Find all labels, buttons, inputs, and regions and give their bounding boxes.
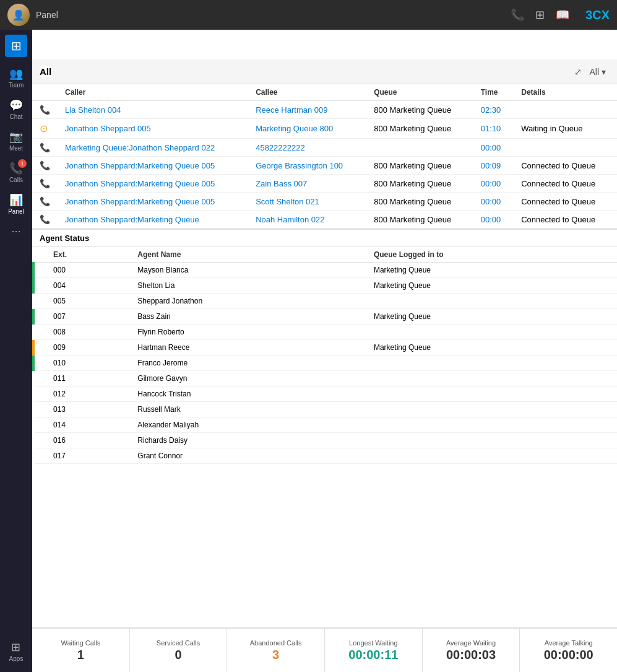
calls-scroll[interactable]: Caller Callee Queue Time Details 📞 Lia S… [32, 84, 617, 229]
more-icon: ··· [11, 225, 20, 238]
content-area: Caller Callee Queue Time Details 📞 Lia S… [32, 84, 617, 627]
agent-name: Richards Daisy [130, 433, 366, 448]
row-queue: 800 Marketing Queue [366, 175, 473, 193]
status-label-abandoned: Abandoned Calls [250, 639, 302, 647]
agent-name: Alexander Maliyah [130, 417, 366, 433]
status-item-longest_waiting: Longest Waiting 00:00:11 [325, 629, 423, 672]
row-callee: George Brassington 100 [248, 157, 366, 175]
agent-name: Bass Zain [130, 309, 366, 325]
agent-name: Sheppard Jonathon [130, 294, 366, 309]
row-icon: 📞 [32, 211, 58, 229]
agent-scroll[interactable]: Ext. Agent Name Queue Logged in to 000 M… [32, 247, 617, 627]
agent-row: 016 Richards Daisy [33, 433, 617, 448]
agent-queue: Marketing Queue [366, 278, 617, 294]
popup-icon: ⤢ [574, 67, 582, 77]
filter-all-button[interactable]: All ▾ [585, 64, 610, 79]
sidebar-item-panel[interactable]: 📊 Panel [0, 188, 32, 220]
sidebar-item-apps[interactable]: ⊞ Apps [9, 635, 24, 667]
agent-queue [366, 402, 617, 417]
agent-row: 000 Mayson Bianca Marketing Queue [33, 263, 617, 278]
sidebar-item-meet[interactable]: 📷 Meet [0, 125, 32, 157]
chat-icon: 💬 [9, 98, 23, 112]
qr-icon[interactable]: ⊞ [535, 8, 545, 22]
agent-row: 008 Flynn Roberto [33, 325, 617, 340]
sidebar-logo[interactable]: ⊞ [5, 35, 27, 57]
book-icon[interactable]: 📖 [556, 8, 569, 22]
agent-queue [366, 325, 617, 340]
phone-icon[interactable]: 📞 [511, 8, 524, 22]
row-details: Waiting in Queue [514, 119, 617, 139]
top-bar: 👤 Panel 📞 ⊞ 📖 3CX [0, 0, 617, 30]
row-callee: Noah Hamilton 022 [248, 211, 366, 229]
agent-name: Russell Mark [130, 402, 366, 417]
caller-link[interactable]: Jonathon Sheppard 005 [65, 124, 151, 133]
brand-label: 3CX [585, 8, 610, 22]
agent-name: Franco Jerome [130, 356, 366, 371]
sidebar-item-chat[interactable]: 💬 Chat [0, 94, 32, 125]
agent-status-cell [33, 402, 46, 417]
status-label-longest_waiting: Longest Waiting [349, 639, 397, 647]
agent-ext: 010 [46, 356, 130, 371]
calls-badge: 1 [18, 159, 27, 168]
phone-icon: 📞 [40, 214, 50, 224]
callee-link[interactable]: Scott Shelton 021 [256, 197, 319, 206]
row-time: 00:00 [473, 175, 514, 193]
sidebar-item-calls[interactable]: 📞 1 Calls [0, 157, 32, 188]
status-value-avg_talking: 00:00:00 [544, 648, 593, 662]
agent-queue: Marketing Queue [366, 263, 617, 278]
agent-row: 012 Hancock Tristan [33, 386, 617, 402]
caller-link[interactable]: Jonathon Sheppard:Marketing Queue 005 [65, 161, 215, 170]
row-caller: Marketing Queue:Jonathon Sheppard 022 [58, 139, 248, 157]
callee-link[interactable]: Reece Hartman 009 [256, 105, 327, 115]
agent-name: Hancock Tristan [130, 386, 366, 402]
col-queue: Queue [366, 84, 473, 101]
team-icon: 👥 [9, 67, 23, 81]
caller-link[interactable]: Marketing Queue:Jonathon Sheppard 022 [65, 143, 215, 152]
callee-link[interactable]: 45822222222 [256, 143, 305, 152]
agent-status-cell [33, 356, 46, 371]
sidebar-label-apps: Apps [9, 655, 24, 662]
status-value-avg_waiting: 00:00:03 [446, 648, 496, 662]
agent-status-cell [33, 325, 46, 340]
row-queue: 800 Marketing Queue [366, 193, 473, 211]
sidebar-item-team[interactable]: 👥 Team [0, 62, 32, 94]
agent-status-cell [33, 371, 46, 386]
row-queue: 800 Marketing Queue [366, 119, 473, 139]
row-callee: Scott Shelton 021 [248, 193, 366, 211]
row-icon: 📞 [32, 193, 58, 211]
callee-link[interactable]: Zain Bass 007 [256, 179, 307, 188]
row-caller: Jonathon Sheppard:Marketing Queue 005 [58, 175, 248, 193]
row-callee: Zain Bass 007 [248, 175, 366, 193]
filter-label: All [589, 67, 599, 77]
section-all-label: All [40, 66, 51, 77]
callee-link[interactable]: Noah Hamilton 022 [256, 215, 324, 224]
callee-link[interactable]: George Brassington 100 [256, 161, 343, 170]
agent-ext: 000 [46, 263, 130, 278]
agent-name: Hartman Reece [130, 340, 366, 356]
row-time: 00:09 [473, 157, 514, 175]
agent-status-cell [33, 433, 46, 448]
agent-col-name: Agent Name [130, 247, 366, 263]
agent-name: Gilmore Gavyn [130, 371, 366, 386]
agent-ext: 011 [46, 371, 130, 386]
popup-button[interactable]: ⤢ [571, 64, 585, 79]
row-callee: Reece Hartman 009 [248, 101, 366, 119]
meet-icon: 📷 [9, 130, 23, 144]
status-value-serviced: 0 [175, 648, 181, 662]
agent-row: 010 Franco Jerome [33, 356, 617, 371]
toolbar: All ⤢ All ▾ [32, 59, 617, 84]
caller-link[interactable]: Jonathon Sheppard:Marketing Queue 005 [65, 179, 215, 188]
table-row: 📞 Jonathon Sheppard:Marketing Queue 005 … [32, 157, 617, 175]
row-queue [366, 139, 473, 157]
status-item-avg_waiting: Average Waiting 00:00:03 [423, 629, 520, 672]
caller-link[interactable]: Jonathon Sheppard:Marketing Queue 005 [65, 197, 215, 206]
table-row: 📞 Jonathon Sheppard:Marketing Queue 005 … [32, 193, 617, 211]
row-icon: ⊙ [32, 119, 58, 139]
caller-link[interactable]: Jonathon Sheppard:Marketing Queue [65, 215, 199, 224]
sidebar-item-more[interactable]: ··· [0, 220, 32, 243]
caller-link[interactable]: Lia Shelton 004 [65, 105, 121, 115]
agent-name: Shelton Lia [130, 278, 366, 294]
callee-link[interactable]: Marketing Queue 800 [256, 124, 333, 133]
sidebar-label-panel: Panel [8, 208, 24, 215]
row-time: 00:00 [473, 211, 514, 229]
